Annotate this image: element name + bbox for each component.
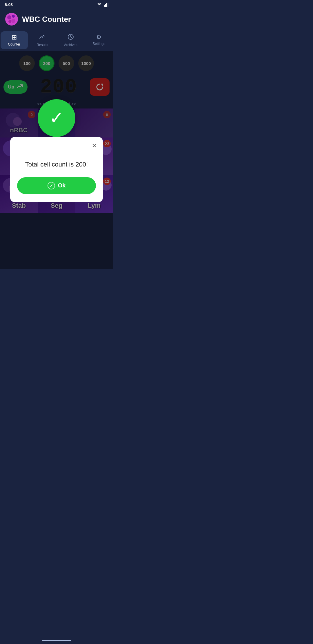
- checkmark-icon: ✓: [49, 109, 64, 127]
- app-logo: [5, 12, 19, 26]
- svg-rect-1: [105, 4, 106, 7]
- dialog-container: ✓ ✕ Total cell count is 200! ✓ Ok: [10, 118, 103, 202]
- main-content: 100 200 500 1000 Up 200 << nRBC Include: [0, 51, 113, 269]
- results-tab-icon: [39, 34, 46, 42]
- wifi-icon: [97, 3, 102, 7]
- dialog-ok-button[interactable]: ✓ Ok: [17, 177, 96, 194]
- tab-bar: ⊞ Counter Results Archives ⚙ Settings: [0, 31, 113, 51]
- tab-settings[interactable]: ⚙ Settings: [85, 31, 113, 49]
- counter-tab-icon: ⊞: [12, 34, 17, 41]
- svg-rect-0: [104, 5, 105, 7]
- settings-tab-icon: ⚙: [96, 34, 101, 41]
- results-icon-svg: [39, 34, 46, 40]
- svg-point-9: [43, 35, 44, 36]
- time-display: 6:03: [5, 2, 13, 7]
- dialog-box: ✕ Total cell count is 200! ✓ Ok: [10, 137, 103, 202]
- tab-settings-label: Settings: [93, 42, 105, 46]
- tab-results-label: Results: [37, 43, 48, 47]
- tab-archives-label: Archives: [64, 43, 77, 47]
- signal-icon: [104, 3, 108, 7]
- dialog-message: Total cell count is 200!: [17, 160, 96, 169]
- svg-point-5: [7, 15, 11, 19]
- tab-archives[interactable]: Archives: [57, 31, 84, 49]
- tab-counter[interactable]: ⊞ Counter: [1, 31, 28, 49]
- archives-tab-icon: [68, 34, 74, 42]
- svg-point-8: [8, 20, 11, 23]
- svg-point-7: [11, 19, 15, 23]
- app-title: WBC Counter: [22, 15, 71, 24]
- tab-counter-label: Counter: [8, 42, 20, 46]
- dialog-overlay: ✓ ✕ Total cell count is 200! ✓ Ok: [0, 51, 113, 269]
- status-icons: [97, 3, 108, 7]
- app-header: WBC Counter: [0, 9, 113, 31]
- ok-icon: ✓: [48, 182, 55, 189]
- svg-point-6: [12, 15, 15, 18]
- archives-icon-svg: [68, 34, 74, 40]
- status-bar: 6:03: [0, 0, 113, 9]
- svg-point-4: [5, 13, 18, 26]
- success-icon: ✓: [38, 99, 75, 137]
- dialog-close-button[interactable]: ✕: [90, 141, 99, 150]
- svg-rect-3: [108, 3, 109, 7]
- tab-results[interactable]: Results: [29, 31, 56, 49]
- close-icon: ✕: [92, 142, 97, 149]
- ok-label: Ok: [58, 182, 66, 189]
- svg-rect-2: [106, 3, 107, 7]
